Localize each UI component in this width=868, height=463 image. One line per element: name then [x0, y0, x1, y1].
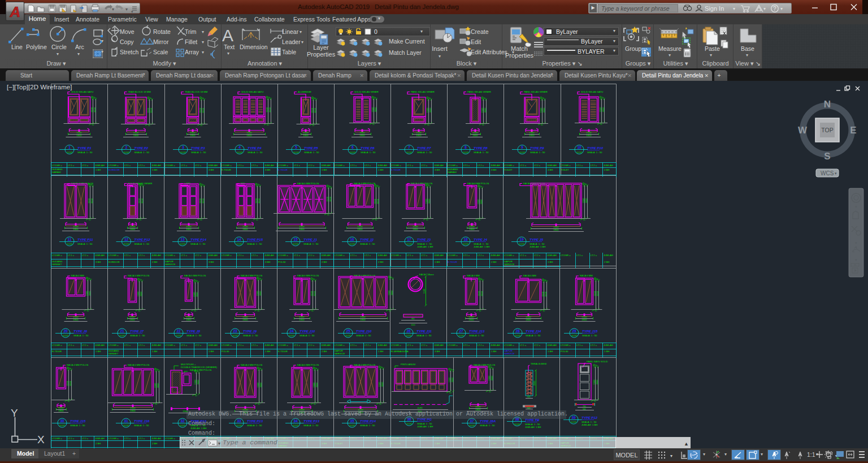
svg-text:14-D62: 14-D62 [67, 243, 73, 245]
svg-text:31: 31 [124, 419, 128, 423]
svg-text:LT.2 =: LT.2 = [421, 344, 428, 347]
svg-text:TYPE P7: TYPE P7 [417, 146, 431, 150]
svg-text:2000: 2000 [315, 382, 318, 387]
svg-text:N: N [824, 99, 831, 110]
svg-text:15: 15 [543, 310, 545, 312]
svg-text:1800: 1800 [186, 228, 192, 231]
svg-text:LT.1 =: LT.1 = [463, 164, 470, 167]
svg-text:LT.1 =: LT.1 = [181, 254, 188, 257]
svg-text:15: 15 [258, 310, 260, 312]
svg-text:POLISI: POLISI [561, 350, 568, 353]
svg-text:15: 15 [68, 400, 70, 403]
svg-text:LT.2 =: LT.2 = [308, 164, 315, 167]
svg-text:1800: 1800 [299, 228, 305, 231]
svg-text:▾: ▾ [670, 453, 672, 458]
svg-text:28: 28 [515, 329, 520, 333]
svg-text:1: 1 [68, 145, 71, 149]
svg-text:TYPE P9: TYPE P9 [530, 146, 544, 150]
svg-text:14-D62: 14-D62 [237, 152, 243, 154]
svg-text:1800: 1800 [413, 228, 418, 231]
svg-text:TYPE P13: TYPE P13 [303, 419, 320, 423]
svg-text:14-D62: 14-D62 [59, 425, 66, 427]
svg-text:1800: 1800 [133, 134, 139, 137]
svg-text:14-D62: 14-D62 [406, 423, 413, 425]
svg-text:TYPE J10: TYPE J10 [356, 330, 372, 333]
svg-text:15: 15 [267, 124, 269, 126]
svg-text:R.SERBAGUNA: R.SERBAGUNA [391, 350, 409, 353]
svg-text:SERVICE: SERVICE [504, 263, 515, 266]
svg-text:JUMLAH: JUMLAH [321, 344, 331, 347]
svg-text:1800: 1800 [186, 318, 192, 321]
svg-text:15: 15 [379, 403, 381, 405]
svg-text:14-D62: 14-D62 [519, 243, 525, 245]
svg-text:PANIL KELAS VENER: PANIL KELAS VENER [524, 90, 548, 93]
svg-text:KACA 8 MM POLOS: KACA 8 MM POLOS [467, 182, 489, 185]
svg-text:A: A [222, 26, 233, 45]
svg-text:JUMLAH: JUMLAH [491, 164, 500, 167]
svg-text:SOLID KELAS VENER: SOLID KELAS VENER [354, 90, 379, 93]
svg-text:20: 20 [63, 329, 68, 333]
svg-text:LT.DSR =: LT.DSR = [165, 437, 175, 440]
svg-text:LT.1 =: LT.1 = [68, 254, 75, 257]
svg-text:2000: 2000 [88, 291, 91, 296]
svg-text:LT.1 =: LT.1 = [237, 164, 244, 167]
svg-text:1800: 1800 [242, 228, 248, 231]
svg-text:1800: 1800 [468, 318, 474, 321]
svg-text:14-D62: 14-D62 [519, 152, 526, 154]
svg-text:14-D62: 14-D62 [119, 335, 125, 337]
svg-text:15: 15 [195, 395, 197, 397]
svg-text:GENSET: GENSET [52, 263, 62, 266]
svg-text:TYPE P5: TYPE P5 [304, 146, 318, 150]
svg-text:14-D62: 14-D62 [458, 335, 465, 337]
svg-text:TOP: TOP [821, 127, 833, 133]
svg-text:14-D62: 14-D62 [515, 335, 521, 337]
svg-text:SKALA 1 : 50: SKALA 1 : 50 [191, 151, 206, 154]
svg-text:15: 15 [313, 124, 315, 127]
svg-text:TYPE P8: TYPE P8 [474, 146, 488, 150]
svg-text:14-D62: 14-D62 [63, 335, 69, 337]
svg-text:JUMLAH 1 BH: JUMLAH 1 BH [581, 423, 597, 426]
svg-text:JUMLAH: JUMLAH [434, 254, 444, 257]
svg-text:LT.DSR =: LT.DSR = [165, 254, 175, 257]
svg-text:LT.1 =: LT.1 = [520, 254, 527, 257]
svg-text:KACA 4 MM POLOS: KACA 4 MM POLOS [67, 364, 89, 366]
svg-text:W: W [798, 125, 808, 136]
svg-text:PANIL KELAS VENER: PANIL KELAS VENER [411, 90, 435, 93]
svg-text:LT.2 =: LT.2 = [82, 437, 89, 440]
svg-text:KACA 6 MM: KACA 6 MM [523, 274, 536, 277]
svg-text:2 BH: 2 BH [152, 261, 157, 263]
svg-text:LT.2 =: LT.2 = [534, 344, 541, 347]
svg-text:33: 33 [237, 419, 241, 423]
svg-text:KACA 5 MM POLOS: KACA 5 MM POLOS [190, 369, 212, 371]
svg-text:LT.2 =: LT.2 = [478, 344, 484, 347]
svg-text:12: 12 [124, 237, 129, 241]
svg-text:2000: 2000 [259, 291, 262, 296]
svg-text:LT.2 =: LT.2 = [195, 344, 202, 347]
svg-text:14-D62: 14-D62 [463, 152, 469, 154]
svg-text:LT.2 =: LT.2 = [421, 164, 428, 167]
svg-text:SKALA 1 : 50: SKALA 1 : 50 [300, 334, 315, 337]
svg-text:14-D62: 14-D62 [67, 152, 73, 154]
svg-text:?: ? [773, 6, 776, 12]
svg-text:SKALA 1 : 50: SKALA 1 : 50 [474, 151, 489, 154]
svg-text:JUMLAH: JUMLAH [151, 254, 161, 257]
svg-text:LT.2 =: LT.2 = [591, 344, 597, 347]
svg-text:SKALA 1 : 50: SKALA 1 : 50 [417, 151, 432, 154]
svg-text:6: 6 [351, 145, 354, 149]
svg-text:SKALA 1 : 50: SKALA 1 : 50 [530, 151, 545, 154]
svg-text:15: 15 [201, 124, 203, 127]
svg-text:790: 790 [583, 405, 586, 408]
svg-text:Y: Y [11, 407, 18, 419]
svg-text:2000: 2000 [202, 107, 205, 112]
svg-text:2 BH: 2 BH [604, 261, 609, 263]
svg-text:14-D62: 14-D62 [293, 243, 299, 245]
svg-text:1800: 1800 [246, 134, 252, 137]
svg-text:625: 625 [527, 407, 531, 409]
svg-text:14-D62: 14-D62 [514, 423, 520, 426]
svg-text:1800: 1800 [299, 318, 305, 321]
svg-text:LT.2 =: LT.2 = [82, 164, 89, 167]
svg-text:GARASI: GARASI [448, 171, 457, 174]
svg-text:15: 15 [311, 310, 314, 312]
svg-text:LT.1 =: LT.1 = [350, 254, 357, 257]
svg-text:14-D62: 14-D62 [236, 243, 242, 245]
